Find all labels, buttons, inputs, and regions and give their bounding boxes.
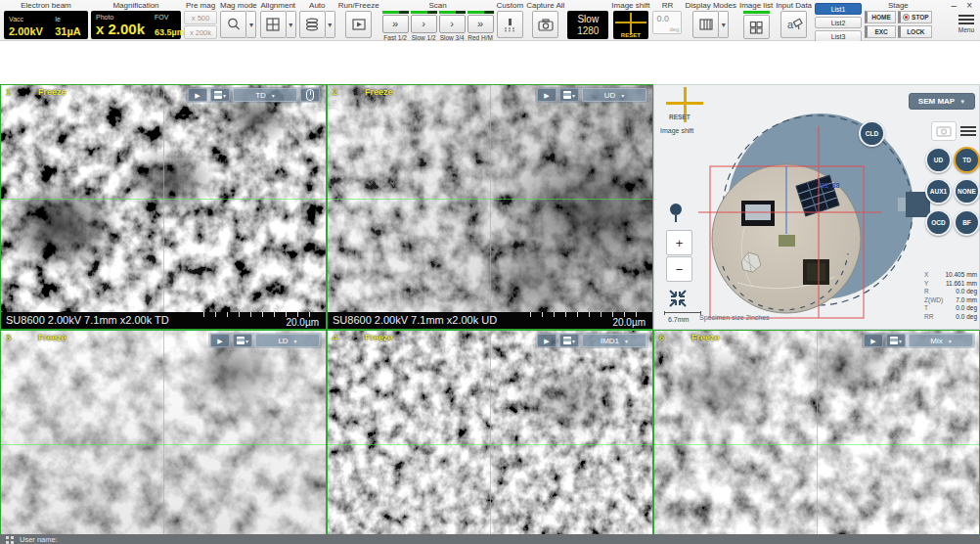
status-bar: User name: bbox=[0, 534, 980, 544]
minimize-button[interactable]: – bbox=[952, 1, 958, 11]
scan-red-hm-button[interactable]: » bbox=[468, 15, 494, 33]
mag-mode-dropdown[interactable]: ▾ bbox=[246, 11, 256, 38]
window-controls: – × Menu bbox=[952, 1, 976, 33]
input-data-button[interactable]: a bbox=[780, 11, 807, 38]
alignment-button[interactable] bbox=[260, 11, 287, 38]
stage-stop-button[interactable]: STOP bbox=[898, 11, 932, 23]
collapse-icon[interactable] bbox=[668, 289, 688, 308]
pre-mag-500-button[interactable]: x 500 bbox=[184, 11, 217, 24]
sem-image[interactable]: 3 Freeze ▶ ▾ LD▾ bbox=[1, 331, 326, 544]
detector-cld-button[interactable]: CLD bbox=[859, 120, 885, 147]
detector-select[interactable]: LD▾ bbox=[255, 334, 320, 347]
chevron-down-icon: ▾ bbox=[223, 92, 226, 99]
mag-mode-section: Mag mode ▾ bbox=[220, 1, 257, 38]
detector-ocd-button[interactable]: OCD bbox=[925, 209, 952, 236]
pre-mag-200k-button[interactable]: x 200k bbox=[184, 25, 217, 39]
stage-label: Stage bbox=[888, 1, 909, 11]
rr-field[interactable]: 0.0 deg bbox=[652, 11, 682, 34]
run-button[interactable]: ▶ bbox=[537, 334, 557, 347]
detector-ud-button[interactable]: UD bbox=[925, 147, 952, 173]
pin-icon[interactable] bbox=[668, 203, 686, 224]
user-name-label: User name: bbox=[20, 535, 58, 544]
mouse-mode-button[interactable] bbox=[300, 88, 320, 102]
image-caption: SU8600 2.00kV 7.1mm x2.00k TD bbox=[6, 314, 169, 326]
magnification-label: Magnification bbox=[112, 1, 158, 11]
image-list-label: Image list bbox=[739, 1, 773, 11]
scan-slow-half-button[interactable]: › bbox=[411, 15, 437, 33]
camera-icon bbox=[936, 124, 952, 138]
detector-select[interactable]: TD▾ bbox=[233, 88, 297, 102]
chevron-down-icon: ▾ bbox=[272, 92, 275, 99]
sem-image-panel: 1 Freeze ▶ ▾ TD▾ SU8600 2.00kV 7.1mm x2.… bbox=[0, 84, 327, 330]
list1-button[interactable]: List1 bbox=[815, 3, 862, 15]
sem-image[interactable]: 2 Freeze ▶ ▾ UD▾ bbox=[328, 85, 652, 312]
list2-button[interactable]: List2 bbox=[815, 17, 862, 28]
display-grid-icon bbox=[698, 17, 714, 32]
chevron-down-icon: ▾ bbox=[572, 338, 575, 344]
panel-number: 1 bbox=[6, 87, 11, 97]
map-zoom-in-button[interactable]: + bbox=[666, 230, 692, 255]
save-button[interactable]: ▾ bbox=[210, 88, 230, 102]
run-button[interactable]: ▶ bbox=[210, 334, 230, 347]
sem-map-mode-button[interactable]: SEM MAP▼ bbox=[909, 93, 975, 110]
scan-status-readout: Slow 1280 bbox=[567, 11, 608, 39]
map-menu-button[interactable] bbox=[960, 124, 976, 138]
input-data-label: Input Data bbox=[776, 1, 812, 11]
detector-td-button[interactable]: TD bbox=[954, 147, 980, 173]
close-button[interactable]: × bbox=[966, 1, 972, 11]
capture-all-button[interactable] bbox=[532, 11, 558, 38]
chevron-down-icon: ▾ bbox=[625, 338, 628, 344]
sem-image[interactable]: 1 Freeze ▶ ▾ TD▾ bbox=[1, 85, 326, 312]
save-button[interactable]: ▾ bbox=[559, 334, 579, 347]
image-list-grid-icon bbox=[748, 20, 764, 35]
detector-none-button[interactable]: NONE bbox=[954, 178, 980, 204]
detector-select[interactable]: IMD1▾ bbox=[582, 334, 646, 347]
run-freeze-section: Run/Freeze bbox=[338, 1, 379, 38]
play-icon bbox=[351, 17, 367, 32]
rr-label: RR bbox=[662, 1, 674, 11]
scan-fast-half-button[interactable]: » bbox=[382, 15, 409, 33]
mag-value: x 2.00k bbox=[96, 21, 145, 37]
image-list-button[interactable] bbox=[743, 15, 770, 39]
panel-state-label: Freeze bbox=[365, 87, 393, 97]
chevron-down-icon: ▾ bbox=[621, 92, 624, 99]
image-shift-reset-button[interactable]: RESET bbox=[613, 32, 648, 38]
chevron-down-icon: ▾ bbox=[294, 338, 297, 344]
scan-slow-34-button[interactable]: › bbox=[439, 15, 466, 33]
stage-lock-button[interactable]: LOCK bbox=[898, 25, 932, 38]
detector-select[interactable]: UD▾ bbox=[582, 88, 646, 102]
capture-all-label: Capture All bbox=[526, 1, 564, 11]
run-freeze-button[interactable] bbox=[345, 11, 372, 38]
ie-value: 31µA bbox=[55, 25, 83, 37]
panel-state-label: Freeze bbox=[691, 333, 720, 342]
custom-button[interactable] bbox=[497, 11, 523, 38]
auto-dropdown[interactable]: ▾ bbox=[326, 11, 335, 38]
save-button[interactable]: ▾ bbox=[233, 334, 252, 347]
crosshair-horizontal bbox=[654, 444, 979, 445]
map-image-shift-reset-button[interactable]: RESET bbox=[666, 87, 703, 124]
detector-aux1-button[interactable]: AUX1 bbox=[925, 178, 952, 204]
sem-image[interactable]: 6 Freeze ▶ ▾ Mix▾ bbox=[654, 331, 979, 544]
stage-home-button[interactable]: HOME bbox=[865, 11, 896, 23]
run-button[interactable]: ▶ bbox=[537, 88, 557, 102]
save-button[interactable]: ▾ bbox=[559, 88, 579, 102]
chevron-down-icon: ▾ bbox=[899, 338, 902, 344]
image-caption-bar: SU8600 2.00kV 7.1mm x2.00k TD 20.0µm bbox=[1, 312, 326, 329]
alignment-dropdown[interactable]: ▾ bbox=[287, 11, 296, 38]
run-button[interactable]: ▶ bbox=[188, 88, 207, 102]
detector-bf-button[interactable]: BF bbox=[954, 209, 980, 236]
auto-button[interactable] bbox=[299, 11, 326, 38]
mag-mode-button[interactable] bbox=[220, 11, 246, 38]
detector-select[interactable]: Mix▾ bbox=[909, 334, 973, 347]
map-zoom-out-button[interactable]: − bbox=[666, 256, 692, 282]
menu-button[interactable]: Menu bbox=[958, 13, 974, 33]
sem-map-panel[interactable]: SEM MAP▼ RESET Image shift + − 6.7mm Spe… bbox=[653, 84, 980, 330]
stage-exc-button[interactable]: EXC bbox=[865, 25, 896, 38]
sem-image[interactable]: 4 Freeze ▶ ▾ IMD1▾ bbox=[328, 331, 652, 544]
save-button[interactable]: ▾ bbox=[886, 334, 906, 347]
run-button[interactable]: ▶ bbox=[864, 334, 883, 347]
display-modes-dropdown[interactable]: ▾ bbox=[719, 11, 729, 38]
image-shift-display[interactable]: RESET bbox=[613, 11, 648, 39]
display-modes-button[interactable] bbox=[692, 11, 719, 38]
map-capture-button[interactable] bbox=[931, 121, 957, 141]
